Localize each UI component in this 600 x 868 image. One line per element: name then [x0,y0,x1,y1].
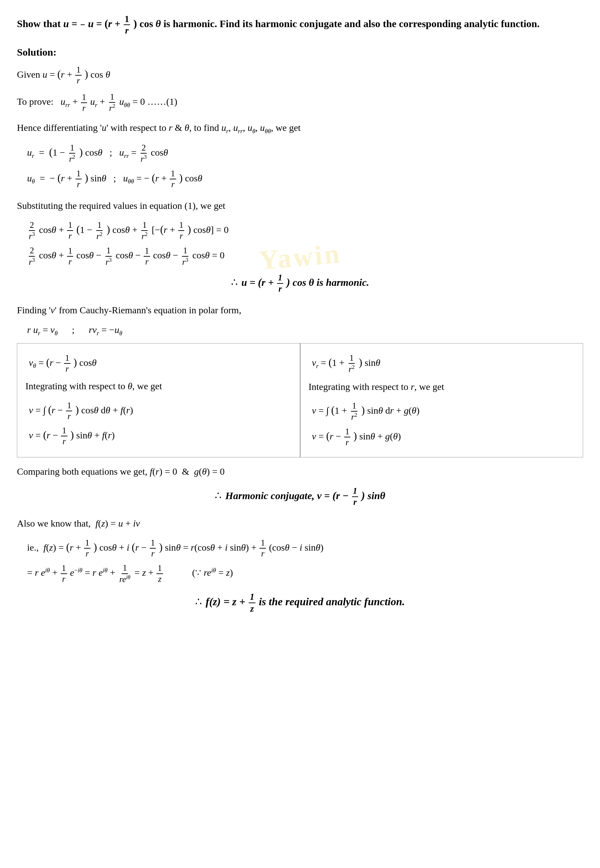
hence-diff-block: Hence differentiating 'u' with respect t… [17,120,583,137]
fz-expansion: ie., f(z) = (r + 1r ) cosθ + i (r − 1r )… [27,538,583,559]
v-result-theta: v = (r − 1r ) sinθ + f(r) [29,426,292,447]
comparing-block: Comparing both equations we get, f(r) = … [17,464,583,480]
v-integral-theta: v = ∫ (r − 1r ) cosθ dθ + f(r) [29,400,292,421]
v-integral-r: v = ∫ (1 + 1r2 ) sinθ dr + g(θ) [312,401,575,423]
finding-v-label: Finding 'v' from Cauchy-Riemann's equati… [17,302,583,318]
given-block: Given u = (r + 1r ) cos θ [17,65,583,86]
vr-eq: vr = (1 + 1r2 ) sinθ [312,353,575,375]
substituted-equation-2: 2r3 cosθ + 1r cosθ − 1r3 cosθ − 1r cosθ … [27,245,583,267]
ur-equation: ur = (1 − 1r2 ) cosθ ; urr = 2r3 cosθ [27,143,583,164]
two-column-section: vθ = (r − 1r ) cosθ Integrating with res… [17,343,583,458]
to-prove-block: To prove: urr + 1r ur + 1r2 uθθ = 0 ……(1… [17,92,583,114]
harmonic-conclusion: ∴ u = (r + 1r ) cos θ is harmonic. [17,273,583,294]
watermark-section: Yawin 2r3 cosθ + 1r (1 − 1r2 ) cosθ + 1r… [17,220,583,294]
integrate-r-label: Integrating with respect to r, we get [309,379,575,395]
substituted-equation-1: 2r3 cosθ + 1r (1 − 1r2 ) cosθ + 1r2 [−(r… [27,220,583,242]
harmonic-conjugate-result: ∴ Harmonic conjugate, v = (r − 1r ) sinθ [17,486,583,507]
problem-title: Show that u = u = (r + 1r ) cos θ is har… [17,14,583,36]
utheta-equation: uθ = − (r + 1r ) sinθ ; uθθ = − (r + 1r … [27,169,583,190]
also-know-block: Also we know that, f(z) = u + iv [17,515,583,532]
fz-euler: = r eiθ + 1r e−iθ = r eiθ + 1reiθ = z + … [27,563,583,585]
page-content: Show that u = u = (r + 1r ) cos θ is har… [17,14,583,614]
substituting-label: Substituting the required values in equa… [17,198,583,214]
integrate-theta-label: Integrating with respect to θ, we get [26,378,292,394]
solution-label: Solution: [17,46,583,58]
vtheta-eq: vθ = (r − 1r ) cosθ [29,353,292,374]
cr-equations: r ur = vθ ; rvr = −uθ [27,324,583,337]
v-result-r: v = (r − 1r ) sinθ + g(θ) [312,427,575,448]
final-result: ∴ f(z) = z + 1z is the required analytic… [17,591,583,614]
left-column: vθ = (r − 1r ) cosθ Integrating with res… [17,344,300,458]
right-column: vr = (1 + 1r2 ) sinθ Integrating with re… [300,344,583,458]
